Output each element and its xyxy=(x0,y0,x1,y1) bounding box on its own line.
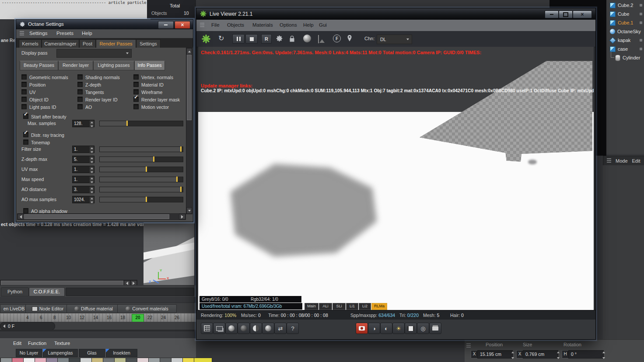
frame-back-icon[interactable] xyxy=(3,324,5,328)
layer-dot-icon[interactable] xyxy=(640,39,642,42)
image-icon[interactable] xyxy=(318,35,319,43)
menu-help[interactable]: Help xyxy=(82,31,92,36)
close-button[interactable]: × xyxy=(175,21,190,29)
timeline-number[interactable]: 22 xyxy=(147,315,152,320)
menu-help[interactable]: Help xyxy=(303,22,314,28)
tab-render-passes[interactable]: Render Passes xyxy=(96,39,136,48)
object-row-octanesky[interactable]: OctaneSky xyxy=(606,27,644,36)
layer-dot-icon[interactable] xyxy=(640,13,642,15)
shading-sphere-button[interactable] xyxy=(250,323,262,334)
sun-light-button[interactable]: ☀ xyxy=(392,323,405,334)
axis-chip[interactable]: X xyxy=(471,350,478,359)
material-swatch[interactable] xyxy=(171,358,183,362)
filter-size-slider[interactable] xyxy=(99,146,183,152)
material-preview-icon[interactable] xyxy=(303,35,311,42)
render-camera-button[interactable] xyxy=(356,323,368,334)
material-swatch[interactable] xyxy=(148,358,160,362)
grid-view-button[interactable] xyxy=(201,323,213,334)
pass-ao[interactable]: AO xyxy=(77,103,92,109)
tab-settings[interactable]: Settings xyxy=(136,39,161,48)
mode-label[interactable]: Mode xyxy=(616,158,628,164)
timeline-number[interactable]: 6 xyxy=(40,315,42,320)
axis-chip[interactable]: H xyxy=(562,350,569,359)
minimize-button[interactable] xyxy=(158,21,174,29)
material-swatch[interactable] xyxy=(103,358,115,362)
pass-button-rlma[interactable]: RLMa xyxy=(371,303,387,310)
rotation-h-field[interactable]: 0 ° xyxy=(568,350,604,359)
z-depth-max-slider[interactable] xyxy=(99,157,183,162)
node-editor-button[interactable]: Node Editor xyxy=(25,304,70,313)
option-ao-alpha-shadow[interactable]: AO alpha shadow xyxy=(23,207,67,213)
timeline-number[interactable]: 4 xyxy=(26,315,29,320)
tab-cameraimager[interactable]: CameraImager xyxy=(42,39,79,48)
checkbox[interactable] xyxy=(23,208,28,213)
grip-icon[interactable] xyxy=(607,158,611,164)
live-viewer-titlebar[interactable]: Live Viewer 2.21.1 × xyxy=(196,8,595,20)
grip-icon[interactable] xyxy=(20,31,24,36)
spinner[interactable] xyxy=(90,177,94,184)
material-swatch[interactable] xyxy=(12,358,24,362)
timeline-number[interactable]: 12 xyxy=(80,315,84,320)
menu-file[interactable]: File xyxy=(211,22,220,28)
pass-button-ali[interactable]: ALi xyxy=(319,303,332,310)
object-row-cube[interactable]: Cube xyxy=(606,10,644,18)
current-frame-marker[interactable]: 20 xyxy=(132,314,144,322)
option-distr-ray-tracing[interactable]: ✓Distr. ray tracing xyxy=(23,131,64,137)
material-swatch[interactable] xyxy=(35,358,46,362)
object-row-cube2[interactable]: Cube.2 xyxy=(606,1,644,10)
pass-vertex-normals[interactable]: Vertex. normals xyxy=(133,73,173,79)
pass-light-pass-id[interactable]: Light pass ID xyxy=(21,103,56,109)
spinner[interactable] xyxy=(602,350,606,360)
close-button[interactable]: × xyxy=(573,10,592,18)
scroll-left-button[interactable] xyxy=(18,214,24,219)
menu-options[interactable]: Options xyxy=(280,22,297,28)
pass-geometric-normals[interactable]: Geometric normals xyxy=(21,73,68,79)
menu-function[interactable]: Function xyxy=(28,341,46,346)
menu-gui[interactable]: Gui xyxy=(319,22,327,28)
filter-size-field[interactable]: 1. xyxy=(72,146,94,153)
render-viewport[interactable]: Check:0.161/1.271ms. Gen:0ms. Update:7.3… xyxy=(198,47,594,310)
pass-wireframe[interactable]: Wireframe xyxy=(133,88,162,94)
material-swatch[interactable] xyxy=(69,358,80,362)
pass-object-id[interactable]: Object ID xyxy=(21,95,49,101)
layer-tab-nolayer[interactable]: No Layer xyxy=(16,349,42,357)
material-swatch[interactable] xyxy=(160,358,172,362)
layer-tab-lampenglas[interactable]: Lampenglas xyxy=(43,349,78,357)
object-row-kapak[interactable]: kapak xyxy=(606,36,644,45)
menu-settings[interactable]: Settings xyxy=(29,31,48,36)
checkbox-checked[interactable]: ✓ xyxy=(133,97,139,102)
tab-coffee[interactable]: C.O.F.F.E.E. xyxy=(29,287,65,296)
checkbox[interactable] xyxy=(133,74,139,80)
checkbox-checked[interactable]: ✓ xyxy=(23,132,28,137)
checkbox[interactable] xyxy=(21,89,27,94)
menu-texture[interactable]: Texture xyxy=(54,341,70,346)
dual-monitor-button[interactable] xyxy=(213,323,225,334)
axis-chip[interactable]: X xyxy=(516,350,523,359)
ao-max-samples-slider[interactable] xyxy=(99,197,183,202)
z-depth-max-field[interactable]: 5. xyxy=(72,156,94,163)
position-x-field[interactable]: 15.195 cm xyxy=(477,350,513,359)
octane-settings-titlebar[interactable]: Octane Settings × xyxy=(16,20,193,29)
checkbox[interactable] xyxy=(21,82,27,87)
scroll-up-button[interactable] xyxy=(186,48,192,55)
pass-button-li1[interactable]: Li1 xyxy=(346,303,358,310)
option-start-after-beauty[interactable]: ✓Start after beauty xyxy=(23,112,66,118)
uv-max-slider[interactable] xyxy=(99,167,183,172)
max-samples-slider[interactable] xyxy=(99,121,183,126)
checkbox[interactable] xyxy=(21,104,27,109)
lock-icon[interactable] xyxy=(289,35,295,44)
material-swatch[interactable] xyxy=(126,358,137,362)
contrast-right-button[interactable]: ◑ xyxy=(368,323,380,334)
film-button[interactable] xyxy=(405,323,417,334)
material-swatch[interactable] xyxy=(182,358,194,362)
spinner[interactable] xyxy=(90,167,94,174)
layer-tab-glas[interactable]: Glas xyxy=(79,349,105,357)
convert-materials-button[interactable]: Convert materials xyxy=(117,304,177,313)
maximize-button[interactable] xyxy=(559,10,573,18)
timeline-number[interactable]: 26 xyxy=(175,315,179,320)
checkbox[interactable] xyxy=(77,89,83,94)
menu-objects[interactable]: Objects xyxy=(227,22,244,28)
menu-edit[interactable]: Edit xyxy=(13,341,21,346)
subtab-beauty-passes[interactable]: Beauty Passes xyxy=(20,61,58,70)
swap-button[interactable]: ⇄ xyxy=(274,323,287,334)
